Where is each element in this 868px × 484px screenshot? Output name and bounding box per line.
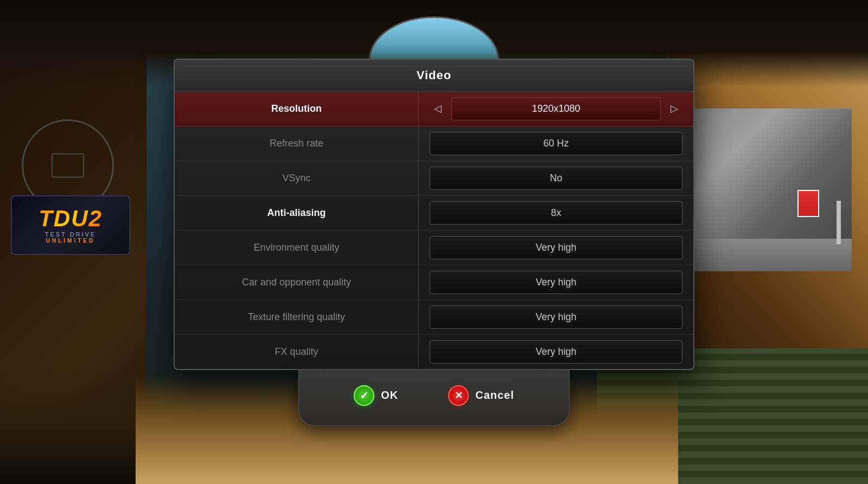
resolution-next-button[interactable]: ▷	[666, 100, 682, 117]
refresh-rate-label-cell: Refresh rate	[175, 126, 419, 161]
resolution-value[interactable]: 1920x1080	[451, 97, 661, 120]
resolution-label: Resolution	[271, 103, 322, 114]
anti-aliasing-value[interactable]: 8x	[430, 201, 682, 225]
vsync-label: VSync	[282, 173, 310, 184]
car-opponent-quality-label-cell: Car and opponent quality	[175, 265, 419, 300]
video-settings-dialog: Video Resolution ◁ 1920x1080 ▷	[174, 59, 694, 370]
dialog-title-bar: Video	[175, 60, 693, 92]
texture-filtering-row: Texture filtering quality Very high	[175, 300, 693, 335]
dialog-title: Video	[417, 68, 452, 82]
environment-quality-row: Environment quality Very high	[175, 231, 693, 265]
refresh-rate-row: Refresh rate 60 Hz	[175, 126, 693, 161]
anti-aliasing-label-cell: Anti-aliasing	[175, 196, 419, 230]
ok-button[interactable]: ✓ OK	[345, 381, 407, 410]
arrow-left-icon: ◁	[434, 103, 442, 114]
car-opponent-quality-value[interactable]: Very high	[430, 271, 682, 294]
refresh-rate-label: Refresh rate	[270, 138, 323, 149]
car-opponent-quality-label: Car and opponent quality	[242, 277, 351, 288]
texture-filtering-label-cell: Texture filtering quality	[175, 300, 419, 334]
arrow-right-icon: ▷	[671, 103, 678, 114]
ok-icon: ✓	[354, 385, 374, 406]
refresh-rate-control: 60 Hz	[419, 126, 693, 161]
fx-quality-value[interactable]: Very high	[430, 340, 682, 364]
dialog-overlay: Video Resolution ◁ 1920x1080 ▷	[0, 0, 868, 484]
bottom-buttons-panel: ✓ OK ✕ Cancel	[298, 370, 570, 426]
cancel-button[interactable]: ✕ Cancel	[439, 381, 523, 410]
anti-aliasing-label: Anti-aliasing	[267, 207, 326, 219]
vsync-value[interactable]: No	[430, 167, 682, 190]
fx-quality-label: FX quality	[275, 346, 318, 358]
resolution-row: Resolution ◁ 1920x1080 ▷	[175, 92, 693, 126]
ok-label: OK	[381, 389, 398, 402]
resolution-prev-button[interactable]: ◁	[430, 100, 446, 117]
settings-content: Resolution ◁ 1920x1080 ▷ Refresh rate	[175, 92, 693, 369]
ok-checkmark: ✓	[360, 389, 369, 402]
cancel-x: ✕	[455, 390, 463, 402]
fx-quality-row: FX quality Very high	[175, 335, 693, 369]
anti-aliasing-row: Anti-aliasing 8x	[175, 196, 693, 231]
fx-quality-control: Very high	[419, 335, 693, 369]
environment-quality-control: Very high	[419, 231, 693, 265]
fx-quality-label-cell: FX quality	[175, 335, 419, 369]
anti-aliasing-control: 8x	[419, 196, 693, 230]
resolution-label-cell: Resolution	[175, 92, 419, 126]
environment-quality-label-cell: Environment quality	[175, 231, 419, 265]
car-opponent-quality-control: Very high	[419, 265, 693, 300]
car-opponent-quality-row: Car and opponent quality Very high	[175, 265, 693, 300]
texture-filtering-value[interactable]: Very high	[430, 305, 682, 329]
vsync-label-cell: VSync	[175, 161, 419, 195]
cancel-icon: ✕	[448, 385, 469, 406]
vsync-row: VSync No	[175, 161, 693, 196]
vsync-control: No	[419, 161, 693, 195]
cancel-label: Cancel	[475, 389, 514, 402]
refresh-rate-value[interactable]: 60 Hz	[430, 132, 682, 155]
environment-quality-value[interactable]: Very high	[430, 236, 682, 259]
environment-quality-label: Environment quality	[253, 242, 339, 253]
resolution-control: ◁ 1920x1080 ▷	[419, 92, 693, 126]
texture-filtering-label: Texture filtering quality	[248, 311, 345, 323]
texture-filtering-control: Very high	[419, 300, 693, 334]
